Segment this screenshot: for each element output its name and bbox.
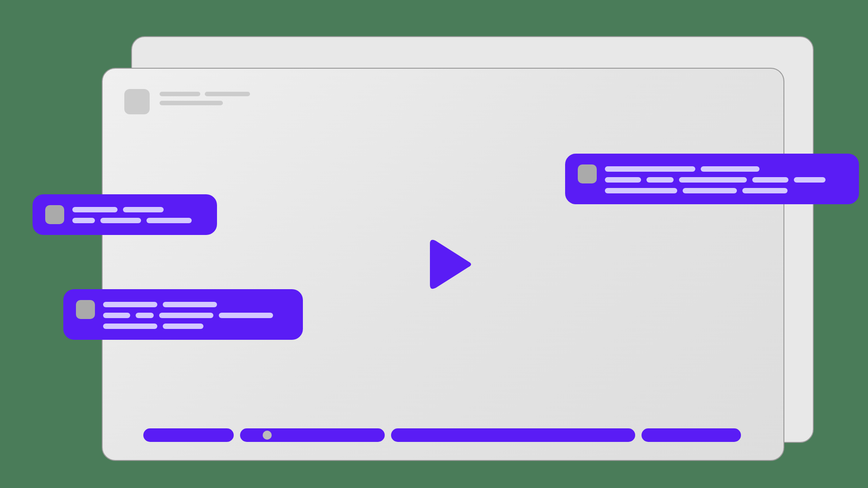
comment-bubble[interactable] [63,289,303,340]
comment-text [72,205,192,223]
timeline-segment[interactable] [240,428,385,442]
video-timeline[interactable] [143,428,743,442]
video-player-window [102,68,784,461]
play-icon [418,235,477,294]
comment-text [103,300,273,329]
comment-bubble[interactable] [33,194,217,235]
timeline-segment[interactable] [391,428,635,442]
comment-bubble[interactable] [565,154,859,204]
timeline-segment[interactable] [642,428,741,442]
timeline-segment[interactable] [143,428,234,442]
comment-avatar [45,205,64,224]
comment-avatar [578,164,597,183]
video-header [124,89,250,114]
header-subtitle-line [160,101,250,105]
comment-avatar [76,300,95,319]
comment-text [605,164,826,193]
author-avatar [124,89,150,114]
header-text [160,89,250,105]
playhead[interactable] [263,431,272,440]
header-title-line [160,92,250,96]
